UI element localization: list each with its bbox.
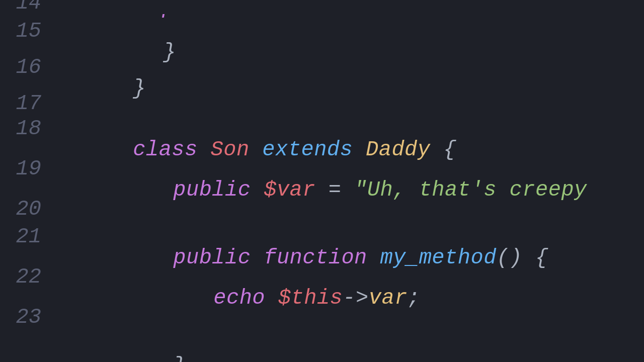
token-space bbox=[185, 12, 198, 18]
code-line-22: 22 echo $this->var; bbox=[0, 263, 644, 304]
code-line-21: 21 public function my_method() { bbox=[0, 223, 644, 263]
line-number-23: 23 bbox=[0, 307, 55, 328]
line-number-14: 14 bbox=[0, 0, 55, 14]
token-brace: } bbox=[173, 354, 186, 362]
code-line-23: 23 bbox=[0, 304, 644, 331]
line-number-21: 21 bbox=[0, 226, 55, 247]
line-number-22: 22 bbox=[0, 266, 55, 288]
code-line-14: 14 echo on; bbox=[0, 0, 644, 18]
token-string: on; bbox=[198, 12, 236, 18]
token-echo: echo bbox=[133, 12, 185, 18]
code-line-19: 19 public $var = "Uh, that's creepy bbox=[0, 155, 644, 196]
line-content-17 bbox=[55, 93, 68, 114]
line-number-18: 18 bbox=[0, 118, 55, 139]
line-number-19: 19 bbox=[0, 158, 55, 179]
indent bbox=[133, 355, 173, 362]
code-line-16: 16 } bbox=[0, 54, 644, 90]
line-content-23 bbox=[55, 307, 68, 328]
line-content-20 bbox=[55, 199, 68, 220]
code-line-18: 18 class Son extends Daddy { bbox=[0, 115, 644, 155]
line-content-23b: } bbox=[55, 334, 186, 362]
line-number-17: 17 bbox=[0, 93, 55, 114]
code-line-15: 15 } bbox=[0, 18, 644, 54]
code-line-23b: } bbox=[0, 331, 644, 362]
line-number-20: 20 bbox=[0, 199, 55, 220]
code-line-17: 17 bbox=[0, 90, 644, 115]
line-number-16: 16 bbox=[0, 57, 55, 78]
line-content-14: echo on; bbox=[55, 0, 236, 18]
code-line-20: 20 bbox=[0, 196, 644, 223]
line-number-15: 15 bbox=[0, 21, 55, 42]
code-editor: 14 echo on; 15 } 16 } 17 18 class Son ex… bbox=[0, 0, 644, 362]
